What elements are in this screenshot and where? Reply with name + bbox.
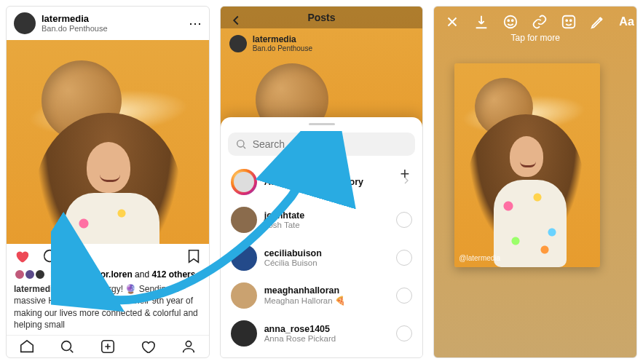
bottom-tabbar (7, 335, 209, 357)
recipient-handle: joshhtate (264, 210, 305, 221)
add-to-story-label: Add Post to Your Story (264, 177, 363, 187)
svg-point-9 (570, 20, 572, 21)
recipient-avatar (231, 282, 257, 309)
download-icon[interactable] (473, 14, 489, 30)
svg-point-4 (505, 16, 517, 28)
sheet-grabber[interactable] (309, 123, 335, 125)
recipient-avatar (231, 245, 257, 271)
share-icon[interactable] (69, 248, 85, 264)
face-graphic (87, 142, 130, 193)
recipient-name: Cécilia Buison (264, 258, 322, 267)
draw-icon[interactable] (590, 14, 606, 30)
story-editor-panel: Aa Tap for more @latermedia (433, 6, 637, 358)
sticker-icon[interactable] (561, 14, 577, 30)
recipient-name: Meaghan Halloran 🍕 (264, 296, 345, 306)
post-photo[interactable] (7, 40, 209, 244)
bookmark-icon[interactable] (186, 248, 202, 264)
recipient-row[interactable]: joshhtateJosh Tate (221, 201, 423, 239)
story-tag-label[interactable]: @latermedia (459, 254, 500, 262)
select-radio[interactable] (396, 288, 412, 304)
svg-point-5 (508, 20, 510, 21)
more-options-icon[interactable]: ⋯ (189, 15, 202, 31)
recipient-row[interactable]: ginagoestoGina // 😊 📍 Tulum (221, 352, 423, 357)
back-chevron-icon[interactable] (228, 12, 244, 28)
recipient-handle: meaghanhalloran (264, 285, 345, 296)
svg-rect-7 (563, 16, 575, 28)
face-filter-icon[interactable] (502, 14, 518, 30)
post-header: latermedia Ban.do Penthouse ⋯ (7, 7, 209, 40)
select-radio[interactable] (396, 212, 412, 228)
dress-graphic (494, 180, 567, 267)
likes-row[interactable]: Liked by taylor.loren and 412 others (7, 269, 209, 283)
activity-icon[interactable] (140, 339, 156, 355)
add-recipient-icon[interactable]: + (400, 165, 409, 183)
author-username[interactable]: latermedia (253, 34, 312, 44)
story-toolbar: Aa (434, 7, 636, 30)
heart-icon[interactable] (14, 248, 30, 264)
svg-point-2 (186, 341, 191, 347)
add-to-story-row[interactable]: Add Post to Your Story (221, 163, 423, 201)
nav-title: Posts (307, 12, 335, 23)
nav-title-bar: Posts (221, 7, 423, 28)
recipient-name: Anna Rose Pickard (264, 334, 336, 343)
search-icon (235, 138, 247, 150)
post-location[interactable]: Ban.do Penthouse (253, 44, 312, 52)
add-post-icon[interactable] (100, 339, 116, 355)
likes-text: Liked by taylor.loren and 412 others (50, 269, 195, 280)
liker-avatar (34, 269, 46, 280)
backdrop-post-header: latermedia Ban.do Penthouse (229, 34, 312, 52)
comment-icon[interactable] (42, 248, 58, 264)
feed-post-panel: latermedia Ban.do Penthouse ⋯ (6, 6, 210, 358)
dress-graphic (65, 193, 159, 244)
post-action-bar (7, 244, 209, 269)
recipient-row[interactable]: ceciliabuisonCécilia Buison (221, 239, 423, 277)
post-caption: latermedia Big libra energy! 🔮 Sending a… (7, 283, 209, 335)
face-graphic (510, 136, 543, 177)
select-radio[interactable] (396, 250, 412, 266)
story-post-thumbnail[interactable] (454, 63, 600, 267)
close-icon[interactable] (444, 14, 460, 30)
recipient-handle: anna_rose1405 (264, 324, 336, 334)
share-sheet-panel: Posts latermedia Ban.do Penthouse (220, 6, 424, 358)
recipient-handle: ceciliabuison (264, 248, 322, 258)
text-tool-button[interactable]: Aa (619, 15, 634, 28)
tap-for-more-label[interactable]: Tap for more (434, 30, 636, 43)
recipient-row[interactable]: meaghanhalloranMeaghan Halloran 🍕 (221, 277, 423, 314)
recipient-row[interactable]: anna_rose1405Anna Rose Pickard (221, 314, 423, 352)
recipient-avatar (231, 207, 257, 233)
svg-point-3 (237, 141, 243, 147)
recipient-name: Josh Tate (264, 221, 305, 229)
svg-point-6 (512, 20, 513, 21)
author-username[interactable]: latermedia (42, 14, 108, 24)
story-ring-icon (231, 169, 257, 195)
recipient-list: Add Post to Your Story joshhtateJosh Tat… (221, 163, 423, 357)
share-bottom-sheet: + Add Post to Your Story joshhtateJosh T… (221, 117, 423, 357)
search-icon[interactable] (59, 339, 75, 355)
home-icon[interactable] (19, 339, 35, 355)
svg-point-0 (62, 341, 71, 351)
post-location[interactable]: Ban.do Penthouse (42, 24, 108, 33)
select-radio[interactable] (396, 325, 412, 341)
author-avatar[interactable] (229, 35, 247, 52)
author-avatar[interactable] (14, 12, 36, 34)
caption-username[interactable]: latermedia (14, 284, 58, 294)
search-field[interactable] (228, 132, 416, 156)
search-input[interactable] (253, 138, 409, 150)
link-icon[interactable] (532, 14, 548, 30)
svg-point-8 (567, 20, 568, 21)
profile-icon[interactable] (181, 339, 197, 355)
recipient-avatar (231, 320, 257, 347)
